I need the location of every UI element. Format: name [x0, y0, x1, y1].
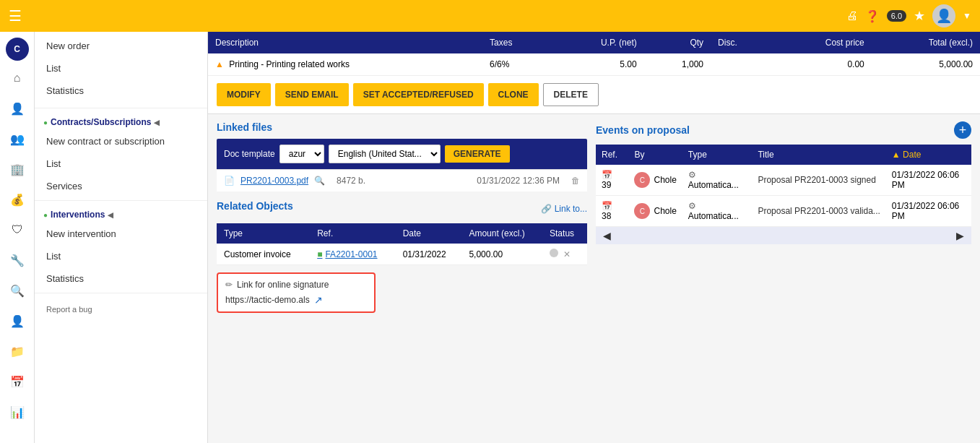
folder-icon[interactable]: 📁	[4, 338, 30, 364]
contacts-icon[interactable]: 👥	[4, 126, 30, 152]
related-amount: 5,000.00	[461, 244, 542, 265]
signature-link-row: https://tactic-demo.als ↗	[225, 294, 367, 306]
nav-sidebar: New order List Statistics ● Contracts/Su…	[35, 32, 208, 443]
avatar[interactable]: 👤	[932, 4, 955, 27]
person-icon[interactable]: 👤	[4, 95, 30, 121]
events-prev-button[interactable]: ◀	[599, 228, 615, 243]
row-delete-icon[interactable]: ✕	[563, 249, 571, 259]
related-type: Customer invoice	[217, 244, 310, 265]
file-doc-icon: 📄	[224, 176, 235, 186]
logo-icon[interactable]: C	[6, 38, 29, 61]
user-avatar-2: C	[634, 203, 650, 219]
col-taxes: Taxes	[482, 32, 551, 53]
edit-icon[interactable]: ✏	[225, 280, 233, 290]
related-ref[interactable]: ■ FA2201-0001	[310, 244, 395, 265]
nav-list[interactable]: List	[35, 57, 207, 79]
set-accepted-button[interactable]: SET ACCEPTED/REFUSED	[353, 83, 484, 106]
favorites-icon[interactable]: ★	[914, 8, 925, 24]
chart-icon[interactable]: 📊	[4, 399, 30, 425]
home-icon[interactable]: ⌂	[4, 65, 30, 91]
col-description: Description	[208, 32, 482, 53]
nav-contracts-list[interactable]: List	[35, 152, 207, 175]
nav-new-order[interactable]: New order	[35, 35, 207, 57]
clone-button[interactable]: CLONE	[488, 83, 539, 106]
building-icon[interactable]: 🏢	[4, 156, 30, 182]
signature-label-text: Link for online signature	[237, 280, 329, 290]
generate-button[interactable]: GENERATE	[445, 145, 510, 163]
doc-template-label: Doc template	[224, 149, 275, 159]
row-total: 5,000.00	[872, 53, 980, 76]
add-event-button[interactable]: +	[954, 121, 971, 139]
delete-button[interactable]: DELETE	[543, 83, 599, 106]
tools-icon[interactable]: 🔧	[4, 247, 30, 273]
money-icon[interactable]: 💰	[4, 186, 30, 212]
left-panel: Linked files Doc template azur English (…	[217, 121, 587, 313]
event-calendar-icon-1: 📅	[602, 170, 612, 180]
col-event-date[interactable]: ▲ Date	[886, 145, 971, 165]
language-select[interactable]: English (United Stat...	[329, 145, 441, 163]
file-name[interactable]: PR2201-0003.pdf	[240, 176, 308, 186]
event-ref-1: 📅 39	[596, 165, 628, 196]
report-bug-link[interactable]: Report a bug	[35, 296, 207, 322]
interventions-label: Interventions	[51, 210, 105, 220]
related-status: ✕	[542, 244, 587, 265]
nav-services[interactable]: Services	[35, 175, 207, 197]
hamburger-menu[interactable]: ☰	[9, 7, 22, 25]
event-type-1: ⚙ Automatica...	[682, 165, 753, 196]
interventions-expand-icon: ◀	[108, 211, 113, 219]
nav-new-intervention[interactable]: New intervention	[35, 223, 207, 245]
related-row: Customer invoice ■ FA2201-0001 01/31/202…	[217, 244, 587, 265]
nav-statistics-bottom[interactable]: Statistics	[35, 267, 207, 290]
events-panel: Events on proposal + Ref. By Type Title …	[596, 121, 971, 313]
nav-new-contract[interactable]: New contract or subscription	[35, 130, 207, 152]
file-search-icon[interactable]: 🔍	[314, 176, 325, 186]
col-event-title: Title	[752, 145, 885, 165]
search-sidebar-icon[interactable]: 🔍	[4, 278, 30, 304]
col-disc: Disc.	[711, 32, 773, 53]
events-navigation: ◀ ▶	[596, 227, 971, 244]
event-title-2: Proposal PR2201-0003 valida...	[752, 196, 885, 227]
doc-template-select[interactable]: azur	[279, 145, 324, 163]
user2-icon[interactable]: 👤	[4, 308, 30, 334]
main-content: Description Taxes U.P. (net) Qty Disc. C…	[208, 32, 980, 443]
row-disc	[711, 53, 773, 76]
nav-statistics-top[interactable]: Statistics	[35, 79, 207, 102]
help-icon[interactable]: ❓	[865, 9, 880, 23]
related-objects-section: Related Objects 🔗 Link to... Type Ref.	[217, 200, 587, 265]
calendar-icon[interactable]: 📅	[4, 369, 30, 395]
event-row-1: 📅 39 C Chole ⚙	[596, 165, 971, 196]
contracts-section-header[interactable]: ● Contracts/Subscriptions ◀	[35, 111, 207, 130]
event-date-1: 01/31/2022 06:06 PM	[886, 165, 971, 196]
shield-icon[interactable]: 🛡	[4, 217, 30, 243]
link-to-button[interactable]: 🔗 Link to...	[541, 204, 587, 214]
avatar-dropdown-icon[interactable]: ▼	[963, 11, 971, 21]
external-link-icon[interactable]: ↗	[314, 294, 323, 306]
event-row-2: 📅 38 C Chole ⚙	[596, 196, 971, 227]
contracts-dot: ●	[43, 119, 48, 126]
events-title: Events on proposal	[596, 124, 690, 136]
print-icon[interactable]: 🖨	[846, 9, 858, 22]
signature-url: https://tactic-demo.als	[225, 295, 310, 305]
event-title-1: Proposal PR2201-0003 signed	[752, 165, 885, 196]
file-delete-icon[interactable]: 🗑	[571, 176, 580, 186]
product-table-section: Description Taxes U.P. (net) Qty Disc. C…	[208, 32, 980, 76]
online-signature-box: ✏ Link for online signature https://tact…	[217, 272, 376, 313]
send-email-button[interactable]: SEND EMAIL	[275, 83, 349, 106]
events-next-button[interactable]: ▶	[952, 228, 968, 243]
col-cost-price: Cost price	[773, 32, 872, 53]
row-taxes: 6/6%	[482, 53, 551, 76]
col-type: Type	[217, 223, 310, 244]
signature-label-row: ✏ Link for online signature	[225, 280, 367, 290]
events-table: Ref. By Type Title ▲ Date 📅	[596, 145, 971, 227]
nav-interventions-list[interactable]: List	[35, 245, 207, 267]
lower-section: Linked files Doc template azur English (…	[208, 114, 980, 320]
modify-button[interactable]: MODIFY	[217, 83, 271, 106]
interventions-dot: ●	[43, 211, 48, 219]
linked-files-box: Doc template azur English (United Stat..…	[217, 139, 587, 192]
invoice-ref-link[interactable]: FA2201-0001	[325, 249, 377, 259]
interventions-section-header[interactable]: ● Interventions ◀	[35, 204, 207, 223]
col-total: Total (excl.)	[872, 32, 980, 53]
col-amount: Amount (excl.)	[461, 223, 542, 244]
event-calendar-icon-2: 📅	[602, 201, 612, 211]
event-by-1: C Chole	[628, 165, 682, 196]
